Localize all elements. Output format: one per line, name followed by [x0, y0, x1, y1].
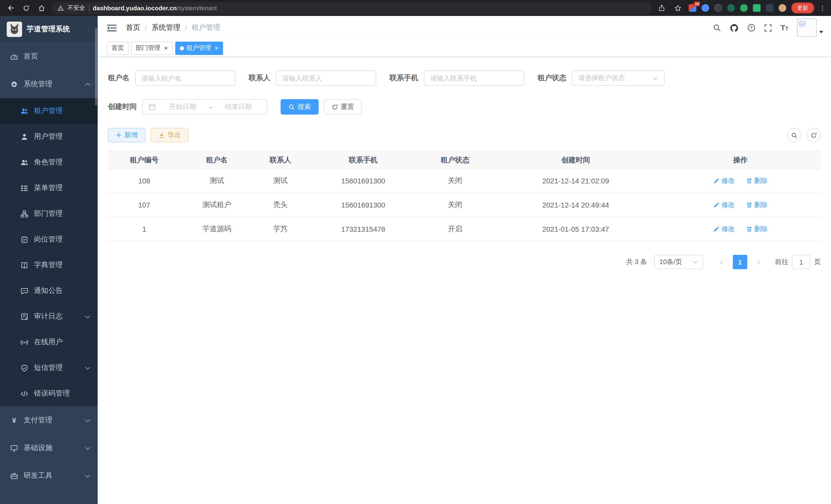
close-icon[interactable]: ×: [214, 45, 219, 51]
search-button[interactable]: 搜索: [281, 99, 319, 115]
home-icon[interactable]: [36, 2, 47, 13]
page-size-value: 10条/页: [659, 258, 682, 267]
sidebar-item-menu[interactable]: 菜单管理: [0, 175, 98, 201]
sidebar-item-label: 审计日志: [34, 312, 63, 321]
goto-page-input[interactable]: [792, 255, 810, 269]
col-tenant-name: 租户名: [181, 151, 253, 169]
back-icon[interactable]: [5, 2, 17, 13]
edit-link[interactable]: 修改: [713, 225, 735, 234]
user-menu[interactable]: [797, 19, 823, 37]
fullscreen-icon[interactable]: [764, 24, 772, 32]
tenant-name-input[interactable]: [141, 74, 229, 82]
export-button[interactable]: 导出: [150, 128, 189, 142]
extension-green-circle-icon[interactable]: [740, 4, 748, 12]
delete-link[interactable]: 删除: [746, 200, 768, 210]
filter-create-time: 创建时间 开始日期 - 结束日期: [108, 99, 267, 115]
sidebar-item-system[interactable]: 系统管理: [0, 70, 98, 98]
sidebar-item-sms[interactable]: 短信管理: [0, 355, 98, 381]
goto-label: 前往: [775, 258, 789, 267]
start-date-placeholder: 开始日期: [160, 102, 205, 112]
sidebar-item-label: 支付管理: [24, 416, 52, 425]
sidebar-item-notice[interactable]: 通知公告: [0, 278, 98, 304]
sidebar-item-post[interactable]: 岗位管理: [0, 227, 98, 252]
extension-colorful-icon[interactable]: 10: [689, 4, 696, 12]
delete-link[interactable]: 删除: [746, 176, 768, 185]
sidebar-item-dict[interactable]: 字典管理: [0, 252, 98, 278]
url-bar[interactable]: 不安全 dashboard.yudao.iocoder.cn/system/te…: [51, 2, 652, 14]
sidebar-item-home[interactable]: 首页: [0, 42, 98, 70]
edit-link[interactable]: 修改: [713, 176, 735, 185]
edit-link[interactable]: 修改: [713, 200, 735, 210]
refresh-icon: [332, 103, 338, 110]
system-submenu: 租户管理 用户管理 角色管理 菜单管理: [0, 98, 98, 406]
contact-input[interactable]: [282, 74, 370, 82]
infrastructure-monitor-icon: [10, 444, 18, 452]
cell-status: 开启: [419, 217, 492, 241]
collapse-sidebar-icon[interactable]: [107, 24, 117, 32]
date-range-picker[interactable]: 开始日期 - 结束日期: [142, 99, 267, 115]
broken-image-icon: [799, 21, 806, 27]
profile-avatar-icon[interactable]: [779, 4, 786, 12]
cell-created: 2021-12-14 21:02:09: [491, 169, 660, 193]
chrome-update-button[interactable]: 更新: [792, 3, 814, 13]
share-icon[interactable]: [656, 2, 667, 13]
reset-button[interactable]: 重置: [324, 99, 362, 115]
dictionary-book-icon: [21, 261, 28, 269]
status-select[interactable]: 请选择租户状态: [572, 70, 664, 86]
chevron-down-icon: [85, 315, 90, 318]
sidebar-item-dev-tools[interactable]: 研发工具: [0, 462, 98, 490]
cell-status: 关闭: [419, 193, 492, 217]
sidebar-item-role[interactable]: 角色管理: [0, 149, 98, 175]
tab-dept[interactable]: 部门管理 ×: [131, 41, 172, 55]
extension-darkgreen-icon[interactable]: [727, 4, 735, 12]
hide-search-button[interactable]: [787, 128, 801, 142]
filter-row-2: 创建时间 开始日期 - 结束日期 搜索 重置: [108, 99, 821, 115]
help-icon[interactable]: ?: [747, 24, 755, 32]
reload-icon[interactable]: [21, 2, 32, 13]
bookmark-star-icon[interactable]: [672, 2, 684, 13]
svg-text:?: ?: [750, 25, 752, 30]
extension-globe-icon[interactable]: [714, 4, 722, 12]
col-phone: 联系手机: [308, 151, 419, 169]
sidebar-item-label: 角色管理: [34, 158, 63, 167]
breadcrumb-section[interactable]: 系统管理: [152, 23, 180, 32]
sidebar-item-online-users[interactable]: 在线用户: [0, 329, 98, 355]
cell-created: 2021-01-05 17:03:47: [491, 217, 660, 241]
sidebar-item-label: 菜单管理: [34, 183, 63, 192]
error-code-icon: [21, 390, 28, 397]
page-size-select[interactable]: 10条/页: [654, 255, 703, 269]
extension-dark-icon[interactable]: [766, 4, 773, 12]
refresh-button[interactable]: [806, 128, 821, 142]
phone-input[interactable]: [430, 74, 518, 82]
sidebar-item-error-code[interactable]: 错误码管理: [0, 381, 98, 406]
extension-green-square-icon[interactable]: [753, 4, 761, 12]
tab-tenant[interactable]: 租户管理 ×: [175, 41, 223, 55]
extension-blue-icon[interactable]: [701, 4, 709, 12]
sidebar-item-dept[interactable]: 部门管理: [0, 201, 98, 227]
breadcrumb-home[interactable]: 首页: [126, 23, 140, 32]
search-icon[interactable]: [713, 24, 721, 32]
sidebar-scrollbar[interactable]: [95, 28, 97, 105]
tab-home[interactable]: 首页: [107, 41, 128, 55]
sidebar-item-audit-log[interactable]: 审计日志: [0, 304, 98, 329]
sidebar-item-user[interactable]: 用户管理: [0, 124, 98, 149]
sidebar-item-tenant[interactable]: 租户管理: [0, 98, 98, 124]
sidebar-item-payment[interactable]: ¥ 支付管理: [0, 406, 98, 434]
sidebar-item-infrastructure[interactable]: 基础设施: [0, 434, 98, 462]
app-logo[interactable]: 芋道管理系统: [0, 16, 98, 42]
active-dot: [180, 46, 184, 50]
tags-view-bar: 首页 部门管理 × 租户管理 ×: [98, 39, 831, 57]
page-number-1[interactable]: 1: [733, 255, 747, 269]
browser-menu-icon[interactable]: ⋮: [819, 4, 826, 12]
prev-page-button[interactable]: ‹: [714, 255, 729, 269]
filter-phone: 联系手机: [390, 70, 524, 86]
pagination: 共 3 条 10条/页 ‹ 1 › 前往 页: [108, 255, 821, 269]
sidebar: 芋道管理系统 首页 系统管理 租户管理: [0, 16, 98, 504]
delete-link[interactable]: 删除: [746, 225, 768, 234]
close-icon[interactable]: ×: [164, 45, 168, 51]
github-icon[interactable]: [729, 23, 738, 32]
add-button[interactable]: 新增: [108, 128, 145, 142]
font-size-icon[interactable]: TT: [780, 24, 789, 32]
next-page-button[interactable]: ›: [751, 255, 766, 269]
browser-toolbar: 不安全 dashboard.yudao.iocoder.cn/system/te…: [0, 0, 831, 16]
